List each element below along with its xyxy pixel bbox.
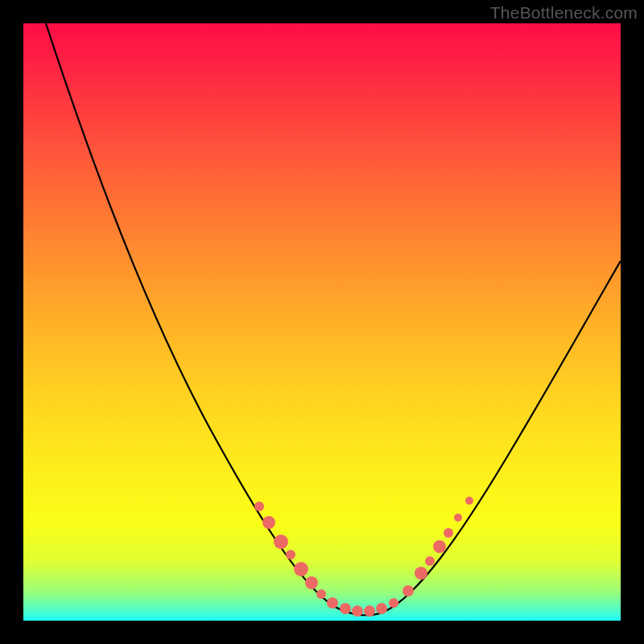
data-marker [305,576,318,589]
data-marker [376,603,387,614]
chart-plot-area [23,23,621,621]
data-marker [364,605,375,617]
data-marker [294,562,308,576]
data-marker [389,598,398,608]
data-marker [402,585,414,597]
curve-group [46,23,621,615]
data-marker [465,497,473,505]
chart-svg [23,23,621,621]
data-marker [262,516,275,529]
data-marker [327,597,338,609]
watermark-text: TheBottleneck.com [490,3,638,23]
data-marker [425,556,435,566]
data-marker [352,605,363,617]
data-marker [444,528,453,538]
data-marker [415,567,427,580]
bottleneck-curve [46,23,621,615]
data-marker [316,589,326,599]
data-marker [340,603,351,614]
data-marker [433,540,446,553]
data-marker [286,550,295,559]
data-marker [274,535,288,549]
data-marker [254,502,264,511]
data-marker [454,514,462,522]
